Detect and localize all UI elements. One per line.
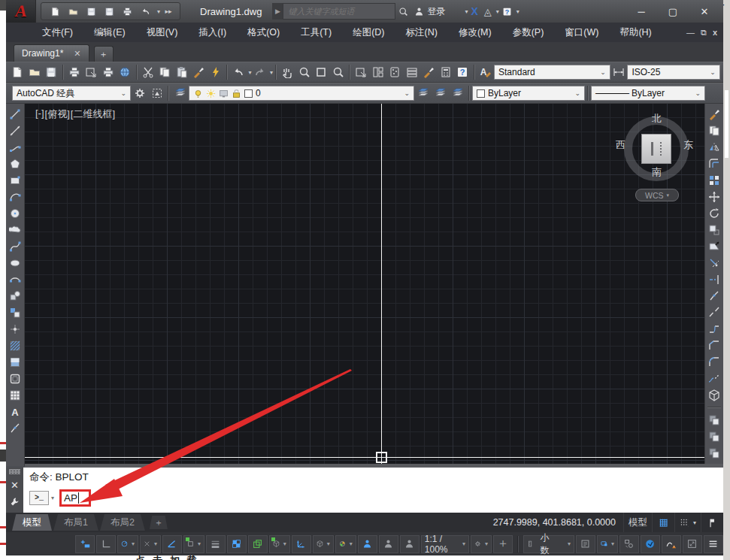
chevron-down-icon[interactable]: ⌄ — [600, 68, 606, 76]
tab-layout1[interactable]: 布局1 — [53, 514, 98, 531]
pan-icon[interactable] — [279, 64, 296, 81]
menu-edit[interactable]: 编辑(E) — [94, 26, 126, 39]
command-input[interactable]: AP — [64, 492, 77, 504]
doc-minimize-button[interactable]: — — [686, 28, 695, 38]
layer-properties-icon[interactable] — [171, 85, 189, 102]
menu-modify[interactable]: 修改(M) — [459, 26, 492, 39]
trim-icon[interactable] — [707, 256, 722, 270]
new-icon[interactable] — [9, 64, 26, 81]
create-block-icon[interactable] — [8, 305, 23, 319]
snap-mode-toggle[interactable]: ▾ — [674, 513, 701, 532]
doc-restore-button[interactable]: ⧉ — [701, 28, 707, 38]
lock-ui-toggle[interactable]: ▾ — [597, 535, 618, 553]
plot-preview-icon[interactable] — [83, 64, 100, 81]
menu-help[interactable]: 帮助(H) — [619, 26, 651, 39]
layer-on-icon[interactable] — [193, 89, 203, 98]
compass-west-label[interactable]: 西 — [616, 138, 625, 152]
workspace-combo[interactable]: AutoCAD 经典 ⌄ — [12, 86, 131, 101]
new-icon[interactable] — [47, 4, 62, 19]
paste-icon[interactable] — [174, 64, 191, 81]
dynamic-input-toggle[interactable] — [701, 513, 723, 532]
file-tab-close-icon[interactable]: ✕ — [74, 49, 80, 59]
maximize-button[interactable]: ▢ — [657, 2, 689, 20]
gradient-icon[interactable] — [8, 355, 23, 369]
menu-window[interactable]: 窗口(W) — [565, 26, 598, 39]
chevron-down-icon[interactable]: ▾ — [198, 540, 201, 547]
performance-monitor-icon[interactable] — [662, 535, 681, 553]
compass-east-label[interactable]: 东 — [683, 138, 693, 152]
chevron-down-icon[interactable]: ▾ — [283, 540, 286, 547]
layer-combo[interactable]: 0 ⌄ — [189, 86, 414, 101]
match-properties-icon[interactable] — [190, 64, 207, 81]
chevron-down-icon[interactable]: ▾ — [485, 540, 488, 547]
layer-color-swatch[interactable] — [244, 89, 253, 98]
menu-dimension[interactable]: 标注(N) — [406, 26, 438, 39]
wcs-dropdown[interactable]: WCS ▾ — [635, 189, 679, 201]
undo-dropdown-icon[interactable]: ▾ — [157, 8, 160, 15]
drawing-canvas[interactable]: [-] [俯视] [二维线框] 北 南 西 东 WCS ▾ — [25, 104, 704, 464]
extend-icon[interactable] — [707, 272, 722, 286]
minimize-button[interactable]: ─ — [625, 2, 657, 20]
isometric-drafting-toggle[interactable]: ▾ — [140, 535, 161, 553]
open-icon[interactable] — [65, 4, 80, 19]
zoom-window-icon[interactable] — [313, 64, 330, 81]
grid-display-toggle[interactable] — [652, 513, 674, 532]
close-icon[interactable]: ✕ — [8, 479, 22, 491]
search-expand-icon[interactable]: ▶ — [272, 3, 283, 20]
save-as-icon[interactable] — [101, 4, 117, 19]
annotation-visibility-toggle[interactable] — [358, 535, 377, 553]
compass-north-label[interactable]: 北 — [652, 112, 662, 126]
redo-icon[interactable] — [252, 64, 269, 81]
menu-draw[interactable]: 绘图(D) — [353, 26, 384, 39]
chamfer-icon[interactable] — [707, 338, 722, 353]
infer-constraints-toggle[interactable] — [75, 535, 95, 553]
qat-more-icon[interactable]: ▸▸ — [163, 4, 174, 19]
ellipse-arc-icon[interactable] — [8, 272, 23, 286]
rotate-icon[interactable] — [707, 206, 722, 220]
close-button[interactable]: ✕ — [689, 2, 720, 20]
signin-label[interactable]: 登录 — [427, 5, 463, 18]
offset-icon[interactable] — [707, 156, 722, 171]
blend-curves-icon[interactable] — [707, 371, 722, 386]
layer-states-icon[interactable] — [449, 85, 466, 102]
customize-wrench-icon[interactable] — [8, 495, 22, 507]
array-icon[interactable] — [707, 173, 722, 187]
gizmo-toggle[interactable]: ▾ — [335, 535, 356, 553]
quick-properties-toggle[interactable] — [576, 535, 595, 553]
model-space-toggle[interactable]: 模型 — [623, 513, 652, 532]
status-settings-gear-icon[interactable]: ▾ — [471, 535, 492, 553]
chevron-down-icon[interactable]: ▾ — [132, 540, 135, 547]
viewport-menu-control[interactable]: [-] — [35, 107, 44, 121]
sheet-set-manager-icon[interactable] — [404, 64, 421, 81]
dim-style-combo[interactable]: ISO-25 ⌄ — [627, 65, 720, 80]
ortho-mode-toggle[interactable] — [96, 535, 116, 553]
web-publish-icon[interactable] — [117, 64, 134, 81]
drag-grip[interactable] — [9, 469, 20, 474]
zoom-previous-icon[interactable] — [330, 64, 347, 81]
markup-set-manager-icon[interactable] — [420, 64, 438, 81]
help-icon[interactable] — [454, 64, 471, 81]
selection-filter-toggle[interactable]: ▾ — [313, 535, 334, 553]
selection-cycling-toggle[interactable] — [248, 535, 268, 553]
status-customize-plus-button[interactable]: ＋ — [493, 535, 513, 553]
save-icon[interactable] — [83, 4, 98, 19]
help-icon[interactable] — [499, 3, 515, 20]
quick-calc-icon[interactable] — [438, 64, 455, 81]
redo-dropdown-icon[interactable]: ▾ — [270, 69, 273, 76]
viewport-visual-style-control[interactable]: [二维线框] — [71, 107, 115, 121]
multiline-text-icon[interactable] — [8, 404, 23, 419]
make-object-layer-current-icon[interactable] — [414, 85, 432, 102]
menu-format[interactable]: 格式(O) — [247, 26, 280, 39]
table-icon[interactable] — [8, 388, 23, 402]
move-icon[interactable] — [707, 189, 722, 204]
zoom-realtime-icon[interactable] — [296, 64, 314, 81]
tab-model[interactable]: 模型 — [12, 514, 52, 531]
annotation-scale-button[interactable]: 1:1 / 100%▾ — [421, 535, 469, 553]
annotation-monitor-toggle[interactable] — [400, 535, 420, 553]
new-drawing-tab-button[interactable]: ＋ — [94, 46, 114, 62]
copy-icon[interactable] — [156, 64, 174, 81]
text-style-combo[interactable]: Standard ⌄ — [494, 65, 610, 80]
circle-icon[interactable] — [8, 206, 23, 220]
object-snap-toggle[interactable]: ▾ — [183, 535, 204, 553]
hatch-icon[interactable] — [8, 338, 23, 353]
